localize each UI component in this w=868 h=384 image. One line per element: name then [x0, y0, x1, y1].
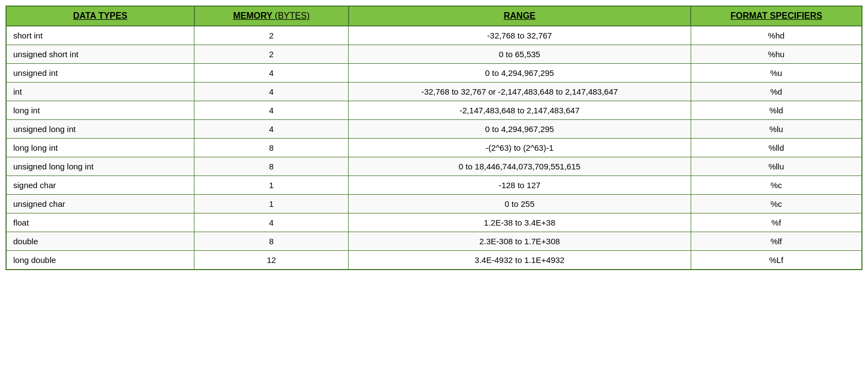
table-row: float41.2E-38 to 3.4E+38%f: [6, 213, 862, 232]
cell-memory: 4: [194, 83, 349, 101]
cell-data-type: short int: [6, 26, 194, 45]
cell-data-type: unsigned long long int: [6, 157, 194, 176]
cell-memory: 2: [194, 45, 349, 64]
cell-format: %lf: [691, 232, 862, 251]
cell-format: %lu: [691, 120, 862, 139]
cell-range: 2.3E-308 to 1.7E+308: [349, 232, 691, 251]
table-row: double82.3E-308 to 1.7E+308%lf: [6, 232, 862, 251]
col-header-range: RANGE: [349, 6, 691, 26]
cell-data-type: double: [6, 232, 194, 251]
cell-range: 1.2E-38 to 3.4E+38: [349, 213, 691, 232]
cell-range: 0 to 255: [349, 195, 691, 213]
cell-range: -2,147,483,648 to 2,147,483,647: [349, 101, 691, 120]
cell-range: -(2^63) to (2^63)-1: [349, 139, 691, 157]
cell-range: 0 to 65,535: [349, 45, 691, 64]
table-row: long int4-2,147,483,648 to 2,147,483,647…: [6, 101, 862, 120]
table-row: int4-32,768 to 32,767 or -2,147,483,648 …: [6, 83, 862, 101]
table-row: signed char1-128 to 127%c: [6, 176, 862, 195]
cell-data-type: unsigned char: [6, 195, 194, 213]
table-row: unsigned long int40 to 4,294,967,295%lu: [6, 120, 862, 139]
cell-memory: 4: [194, 101, 349, 120]
col-header-data-types: DATA TYPES: [6, 6, 194, 26]
cell-data-type: unsigned int: [6, 64, 194, 83]
cell-format: %lld: [691, 139, 862, 157]
cell-range: 0 to 4,294,967,295: [349, 64, 691, 83]
cell-format: %Lf: [691, 251, 862, 270]
cell-memory: 2: [194, 26, 349, 45]
cell-format: %d: [691, 83, 862, 101]
cell-range: 0 to 4,294,967,295: [349, 120, 691, 139]
cell-format: %f: [691, 213, 862, 232]
col-header-memory: MEMORY (BYTES): [194, 6, 349, 26]
cell-data-type: unsigned long int: [6, 120, 194, 139]
cell-data-type: int: [6, 83, 194, 101]
cell-range: 0 to 18,446,744,073,709,551,615: [349, 157, 691, 176]
cell-memory: 1: [194, 176, 349, 195]
cell-range: -128 to 127: [349, 176, 691, 195]
cell-data-type: long double: [6, 251, 194, 270]
table-row: unsigned long long int80 to 18,446,744,0…: [6, 157, 862, 176]
cell-data-type: long int: [6, 101, 194, 120]
col-header-format-specifiers: FORMAT SPECIFIERS: [691, 6, 862, 26]
table-row: long double123.4E-4932 to 1.1E+4932%Lf: [6, 251, 862, 270]
cell-data-type: unsigned short int: [6, 45, 194, 64]
data-types-table: DATA TYPES MEMORY (BYTES) RANGE FORMAT S…: [6, 6, 862, 270]
cell-format: %c: [691, 176, 862, 195]
cell-format: %llu: [691, 157, 862, 176]
cell-data-type: long long int: [6, 139, 194, 157]
table-row: long long int8-(2^63) to (2^63)-1%lld: [6, 139, 862, 157]
cell-data-type: signed char: [6, 176, 194, 195]
cell-format: %hd: [691, 26, 862, 45]
cell-memory: 4: [194, 213, 349, 232]
cell-memory: 8: [194, 232, 349, 251]
cell-range: -32,768 to 32,767: [349, 26, 691, 45]
cell-format: %c: [691, 195, 862, 213]
cell-data-type: float: [6, 213, 194, 232]
cell-memory: 8: [194, 139, 349, 157]
cell-memory: 1: [194, 195, 349, 213]
cell-format: %u: [691, 64, 862, 83]
table-row: unsigned char10 to 255%c: [6, 195, 862, 213]
cell-format: %ld: [691, 101, 862, 120]
table-row: short int2-32,768 to 32,767%hd: [6, 26, 862, 45]
cell-memory: 8: [194, 157, 349, 176]
table-row: unsigned int40 to 4,294,967,295%u: [6, 64, 862, 83]
table-row: unsigned short int20 to 65,535%hu: [6, 45, 862, 64]
cell-range: -32,768 to 32,767 or -2,147,483,648 to 2…: [349, 83, 691, 101]
cell-format: %hu: [691, 45, 862, 64]
cell-memory: 12: [194, 251, 349, 270]
cell-range: 3.4E-4932 to 1.1E+4932: [349, 251, 691, 270]
cell-memory: 4: [194, 64, 349, 83]
cell-memory: 4: [194, 120, 349, 139]
data-types-table-wrapper: DATA TYPES MEMORY (BYTES) RANGE FORMAT S…: [6, 6, 862, 270]
